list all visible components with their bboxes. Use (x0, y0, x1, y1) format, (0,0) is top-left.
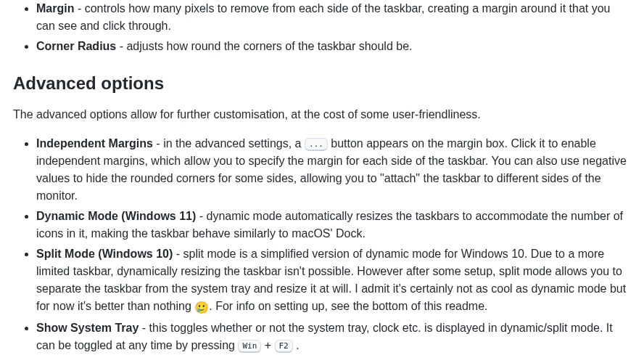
advanced-intro: The advanced options allow for further c… (13, 106, 631, 123)
advanced-options-heading: Advanced options (13, 73, 631, 94)
smile-tear-emoji: 🥲 (194, 301, 209, 314)
list-item: Corner Radius - adjusts how round the co… (36, 38, 631, 55)
list-item: Show System Tray - this toggles whether … (36, 319, 631, 354)
option-desc-pre: - in the advanced settings, a (153, 137, 305, 150)
option-desc: - controls how many pixels to remove fro… (36, 2, 610, 32)
list-item: Independent Margins - in the advanced se… (36, 135, 631, 205)
readme-content: Margin - controls how many pixels to rem… (0, 0, 644, 363)
option-term: Corner Radius (36, 40, 116, 52)
list-item: Dynamic Mode (Windows 11) - dynamic mode… (36, 208, 631, 242)
ellipsis-key: ... (305, 138, 328, 151)
list-item: Margin - controls how many pixels to rem… (36, 0, 631, 35)
option-desc-tail: . (293, 339, 300, 351)
win-key: Win (238, 340, 261, 353)
option-desc: - adjusts how round the corners of the t… (116, 40, 412, 52)
option-desc-post: . For info on setting up, see the bottom… (209, 300, 487, 312)
option-term: Margin (36, 2, 74, 15)
option-term: Independent Margins (36, 137, 153, 150)
option-term: Split Mode (Windows 10) (36, 248, 173, 260)
advanced-options-list: Independent Margins - in the advanced se… (13, 135, 631, 354)
option-term: Show System Tray (36, 322, 139, 334)
f2-key: F2 (275, 340, 293, 353)
list-item: Split Mode (Windows 10) - split mode is … (36, 245, 631, 317)
option-term: Dynamic Mode (Windows 11) (36, 210, 196, 222)
plus-text: + (261, 339, 274, 351)
basic-options-list: Margin - controls how many pixels to rem… (13, 0, 631, 55)
